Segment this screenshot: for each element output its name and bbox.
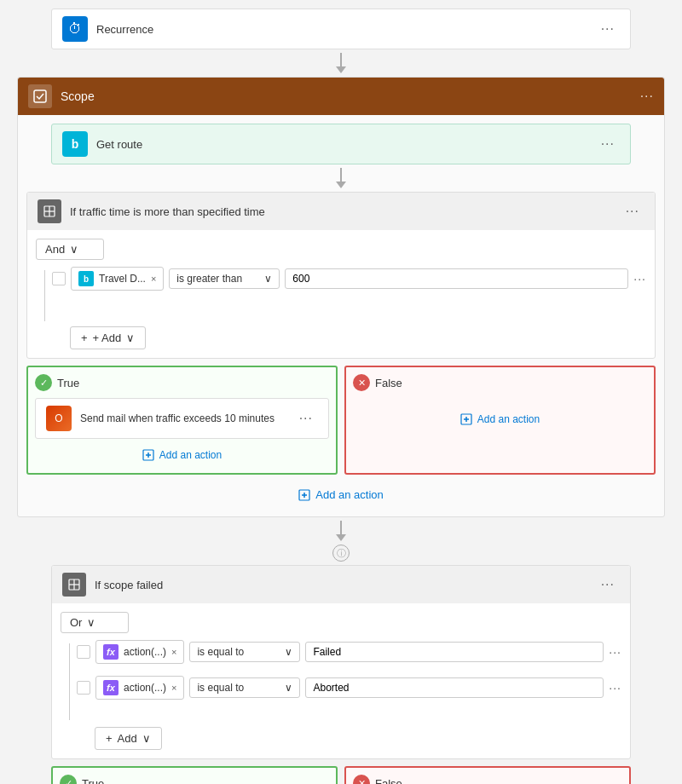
scope-box: Scope ··· b Get route ··· bbox=[17, 77, 665, 517]
add-label: + Add bbox=[93, 331, 122, 344]
add-scope-condition-btn[interactable]: + Add ∨ bbox=[95, 727, 162, 750]
condition-more[interactable]: ··· bbox=[621, 200, 644, 222]
send-mail-card[interactable]: O Send mail when traffic exceeds 10 minu… bbox=[35, 398, 329, 439]
true-header: ✓ True bbox=[35, 374, 329, 391]
get-route-more[interactable]: ··· bbox=[596, 133, 620, 155]
aborted-operator-chevron: ∨ bbox=[285, 682, 292, 694]
scope-more[interactable]: ··· bbox=[640, 89, 654, 104]
add-chevron: ∨ bbox=[126, 331, 135, 344]
failed-row-more[interactable]: ··· bbox=[609, 645, 621, 659]
failed-operator-text: is equal to bbox=[197, 646, 244, 658]
cond-checkbox-2[interactable] bbox=[77, 645, 90, 659]
cond-checkbox-1[interactable] bbox=[52, 272, 66, 285]
if-scope-row-1: fx action(...) × is equal to ∨ ··· bbox=[77, 640, 621, 664]
cond-row-more[interactable]: ··· bbox=[633, 272, 646, 285]
or-label: Or bbox=[70, 616, 82, 629]
failed-value-input[interactable] bbox=[305, 642, 604, 662]
action-aborted-tag-text: action(...) bbox=[124, 682, 166, 694]
arrow-1 bbox=[336, 49, 346, 77]
recurrence-more[interactable]: ··· bbox=[596, 18, 620, 40]
arrow-3: ⓘ bbox=[332, 517, 350, 565]
scope-header[interactable]: Scope ··· bbox=[18, 78, 664, 115]
recurrence-title: Recurrence bbox=[96, 23, 596, 36]
if-scope-row-2: fx action(...) × is equal to ∨ ··· bbox=[77, 676, 621, 700]
scope-failed-branches: ✓ True O Scope failed ··· Add an action … bbox=[51, 766, 631, 784]
scope-title: Scope bbox=[61, 89, 640, 103]
true-add-action-btn[interactable]: Add an action bbox=[35, 444, 329, 466]
and-dropdown[interactable]: And ∨ bbox=[36, 239, 104, 260]
and-chevron: ∨ bbox=[70, 243, 78, 256]
send-mail-more[interactable]: ··· bbox=[294, 407, 318, 429]
get-route-icon: b bbox=[62, 131, 88, 157]
aborted-operator[interactable]: is equal to ∨ bbox=[189, 677, 300, 698]
if-scope-rows-container: fx action(...) × is equal to ∨ ··· f bbox=[61, 640, 621, 720]
or-dropdown[interactable]: Or ∨ bbox=[61, 612, 129, 633]
scope-add-action-btn[interactable]: Add an action bbox=[292, 481, 390, 508]
false-add-icon bbox=[460, 413, 472, 425]
false-add-action-label: Add an action bbox=[477, 413, 540, 425]
scope-branches: ✓ True O Send mail when traffic exceeds … bbox=[26, 366, 656, 475]
condition-header[interactable]: If traffic time is more than specified t… bbox=[27, 193, 655, 230]
action-failed-tag[interactable]: fx action(...) × bbox=[95, 640, 184, 664]
condition-rows: b Travel D... × is greater than ∨ ··· bbox=[45, 267, 646, 296]
add-scope-plus: + bbox=[106, 732, 113, 745]
if-scope-icon bbox=[62, 573, 86, 597]
failed-operator[interactable]: is equal to ∨ bbox=[189, 642, 300, 662]
true-label: True bbox=[57, 377, 79, 389]
add-action-icon bbox=[142, 449, 154, 461]
scope-failed-true-badge: ✓ bbox=[60, 775, 77, 784]
scope-add-icon bbox=[298, 489, 310, 501]
fx-icon-1: fx bbox=[103, 644, 118, 660]
if-scope-more[interactable]: ··· bbox=[596, 574, 620, 596]
travel-tag-icon: b bbox=[78, 271, 94, 286]
condition-rows-container: b Travel D... × is greater than ∨ ··· bbox=[36, 267, 646, 321]
condition-operator[interactable]: is greater than ∨ bbox=[169, 268, 280, 289]
travel-tag-close[interactable]: × bbox=[151, 274, 156, 284]
scope-failed-false-badge: ✕ bbox=[353, 775, 370, 784]
send-mail-icon: O bbox=[46, 406, 72, 431]
action-failed-tag-text: action(...) bbox=[124, 646, 166, 658]
operator-chevron: ∨ bbox=[264, 273, 272, 285]
false-label: False bbox=[375, 377, 402, 389]
get-route-card[interactable]: b Get route ··· bbox=[51, 124, 631, 164]
condition-row-1: b Travel D... × is greater than ∨ ··· bbox=[52, 267, 646, 291]
fx-icon-2: fx bbox=[103, 680, 118, 695]
true-panel: ✓ True O Send mail when traffic exceeds … bbox=[26, 366, 338, 475]
true-badge: ✓ bbox=[35, 374, 52, 391]
aborted-value-input[interactable] bbox=[305, 677, 604, 698]
if-scope-failed-block: If scope failed ··· Or ∨ fx action(...) … bbox=[51, 565, 631, 759]
false-panel: ✕ False Add an action bbox=[344, 366, 656, 475]
add-condition-btn[interactable]: + + Add ∨ bbox=[70, 326, 146, 349]
info-icon[interactable]: ⓘ bbox=[332, 545, 350, 562]
scope-failed-false-panel: ✕ False O Scope succeeded ··· Add an act… bbox=[344, 766, 631, 784]
or-chevron: ∨ bbox=[87, 616, 95, 629]
travel-tag-text: Travel D... bbox=[99, 273, 146, 285]
action-failed-tag-close[interactable]: × bbox=[171, 647, 176, 657]
scope-failed-true-label: True bbox=[82, 777, 104, 785]
flow-canvas: ⏱ Recurrence ··· Scope ··· b bbox=[9, 9, 673, 784]
if-scope-header[interactable]: If scope failed ··· bbox=[52, 566, 630, 603]
add-scope-label: Add bbox=[118, 732, 137, 745]
scope-failed-false-label: False bbox=[375, 777, 402, 785]
aborted-row-more[interactable]: ··· bbox=[609, 681, 621, 695]
if-scope-rows: fx action(...) × is equal to ∨ ··· f bbox=[70, 640, 621, 705]
arrow-2 bbox=[336, 164, 346, 192]
add-plus: + bbox=[81, 331, 88, 344]
recurrence-icon: ⏱ bbox=[62, 16, 88, 42]
false-badge: ✕ bbox=[353, 374, 370, 391]
scope-failed-true-header: ✓ True bbox=[60, 775, 329, 784]
failed-operator-chevron: ∨ bbox=[285, 646, 292, 658]
action-aborted-tag[interactable]: fx action(...) × bbox=[95, 676, 184, 700]
aborted-operator-text: is equal to bbox=[197, 682, 244, 694]
scope-failed-false-header: ✕ False bbox=[353, 775, 622, 784]
and-label: And bbox=[45, 243, 65, 256]
travel-duration-tag[interactable]: b Travel D... × bbox=[71, 267, 164, 291]
recurrence-card[interactable]: ⏱ Recurrence ··· bbox=[51, 9, 631, 49]
false-add-action-btn[interactable]: Add an action bbox=[353, 408, 647, 430]
action-aborted-tag-close[interactable]: × bbox=[171, 683, 176, 693]
send-mail-title: Send mail when traffic exceeds 10 minute… bbox=[80, 412, 294, 424]
cond-checkbox-3[interactable] bbox=[77, 681, 90, 695]
condition-value-input[interactable] bbox=[285, 268, 628, 289]
get-route-title: Get route bbox=[96, 138, 596, 151]
operator-text: is greater than bbox=[176, 273, 242, 285]
